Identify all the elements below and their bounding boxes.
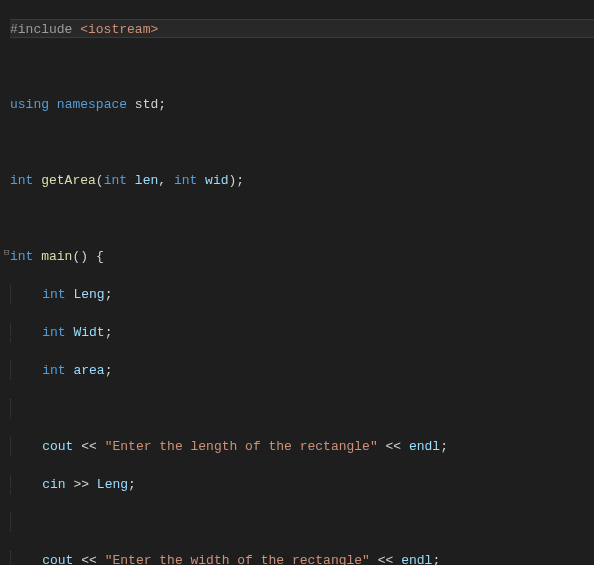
code-line[interactable]: int Widt; — [10, 323, 594, 342]
code-line[interactable]: cout << "Enter the length of the rectang… — [10, 437, 594, 456]
code-line[interactable]: using namespace std; — [10, 95, 594, 114]
cin: cin — [42, 477, 65, 492]
fold-collapse-icon[interactable]: ⊟ — [2, 249, 11, 258]
type-int: int — [10, 173, 33, 188]
var-Widt: Widt — [73, 325, 104, 340]
string-literal: "Enter the length of the rectangle" — [105, 439, 378, 454]
param-wid: wid — [205, 173, 228, 188]
namespace-std: std — [135, 97, 158, 112]
preprocessor-directive: #include — [10, 22, 80, 37]
param-len: len — [135, 173, 158, 188]
code-line[interactable] — [10, 513, 594, 532]
code-line[interactable] — [10, 133, 594, 152]
endl: endl — [409, 439, 440, 454]
include-header: <iostream> — [80, 22, 158, 37]
code-line[interactable]: cout << "Enter the width of the rectangl… — [10, 551, 594, 565]
keyword-namespace: namespace — [57, 97, 127, 112]
code-line[interactable] — [10, 399, 594, 418]
code-line[interactable]: ⊟int main() { — [10, 247, 594, 266]
code-editor[interactable]: #include <iostream> using namespace std;… — [0, 0, 594, 565]
code-line[interactable] — [10, 57, 594, 76]
code-line[interactable]: int area; — [10, 361, 594, 380]
code-line[interactable]: #include <iostream> — [10, 19, 594, 38]
var-Leng: Leng — [73, 287, 104, 302]
code-line[interactable]: int Leng; — [10, 285, 594, 304]
code-line[interactable]: cin >> Leng; — [10, 475, 594, 494]
func-main: main — [41, 249, 72, 264]
var-area: area — [73, 363, 104, 378]
string-literal: "Enter the width of the rectangle" — [105, 553, 370, 565]
code-line[interactable]: int getArea(int len, int wid); — [10, 171, 594, 190]
code-line[interactable] — [10, 209, 594, 228]
func-getArea: getArea — [41, 173, 96, 188]
keyword-using: using — [10, 97, 49, 112]
cout: cout — [42, 439, 73, 454]
